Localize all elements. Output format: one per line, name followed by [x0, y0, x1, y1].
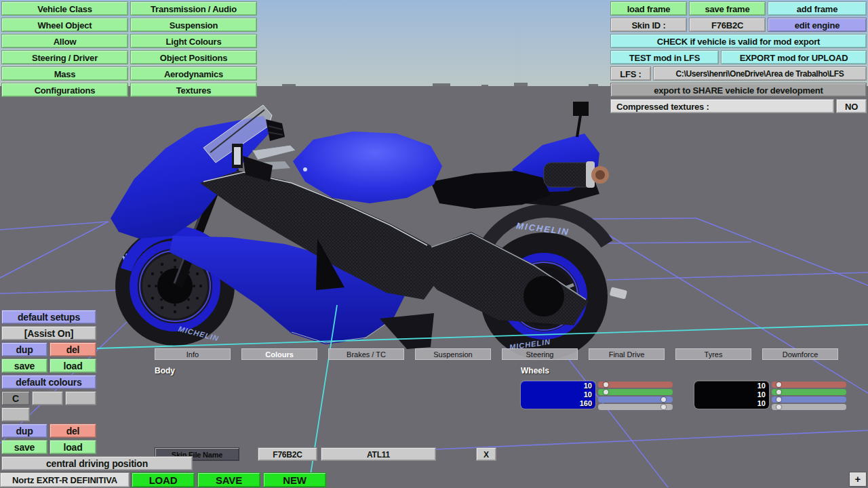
vehicle-save-button[interactable]: SAVE	[197, 472, 260, 487]
green-slider[interactable]	[598, 389, 673, 395]
skin-name-field[interactable]: ATL11	[321, 447, 436, 461]
skin-id-field[interactable]: F76B2C	[258, 447, 317, 461]
edit-engine-button[interactable]: edit engine	[768, 18, 867, 32]
extra-slider-knob[interactable]	[776, 405, 781, 409]
skin-clear-button[interactable]: X	[476, 447, 496, 461]
default-colours-button[interactable]: default colours	[1, 375, 96, 389]
setup-dup-button[interactable]: dup	[1, 342, 47, 357]
zoom-plus-button[interactable]: +	[849, 472, 867, 487]
tab-brakes-tc[interactable]: Brakes / TC	[328, 348, 404, 360]
red-slider-knob[interactable]	[604, 382, 608, 387]
skin-id-label: Skin ID :	[610, 18, 687, 32]
lfs-path-label: LFS :	[610, 66, 651, 81]
menu-mass[interactable]: Mass	[1, 66, 128, 81]
body-section-label: Body	[155, 366, 175, 375]
menu-object-positions[interactable]: Object Positions	[130, 50, 257, 64]
wheel-colour-swatch[interactable]: 101010	[694, 381, 769, 409]
colour-value: 10	[584, 390, 592, 399]
wheels-section-label: Wheels	[521, 366, 549, 375]
green-slider-knob[interactable]	[776, 390, 781, 394]
tab-steering[interactable]: Steering	[502, 348, 578, 360]
menu-wheel-object[interactable]: Wheel Object	[1, 18, 128, 32]
colour-value: 160	[580, 399, 592, 408]
load-frame-button[interactable]: load frame	[610, 1, 687, 16]
colour-slot-1[interactable]	[32, 391, 63, 405]
check-export-button[interactable]: CHECK if vehicle is valid for mod export	[610, 34, 867, 48]
assist-toggle-button[interactable]: [Assist On]	[1, 326, 96, 340]
central-driving-position-button[interactable]: central driving position	[1, 456, 193, 470]
menu-configurations[interactable]: Configurations	[1, 83, 128, 97]
blue-slider[interactable]	[772, 396, 846, 403]
setup-del-button[interactable]: del	[50, 342, 96, 357]
menu-suspension[interactable]: Suspension	[130, 18, 257, 32]
setup-save-button[interactable]: save	[1, 359, 47, 373]
extra-slider[interactable]	[772, 404, 846, 410]
red-slider[interactable]	[772, 382, 846, 388]
share-export-button[interactable]: export to SHARE vehicle for development	[610, 83, 867, 97]
menu-light-colours[interactable]: Light Colours	[130, 34, 257, 48]
body-colour-swatch[interactable]: 1010160	[521, 381, 595, 409]
skin-id-value[interactable]: F76B2C	[689, 18, 766, 32]
green-slider[interactable]	[772, 389, 846, 395]
menu-textures[interactable]: Textures	[130, 83, 257, 97]
colour-slot-3[interactable]	[1, 407, 30, 422]
vehicle-editor-screen: MICHELIN MICHELIN MICHELIN MICHELIN	[0, 0, 868, 488]
colour-slot-2[interactable]	[65, 391, 96, 405]
save-frame-button[interactable]: save frame	[689, 1, 766, 16]
blue-slider-knob[interactable]	[776, 397, 781, 402]
test-mod-button[interactable]: TEST mod in LFS	[610, 50, 719, 64]
menu-steering-driver[interactable]: Steering / Driver	[1, 50, 128, 64]
green-slider-knob[interactable]	[604, 390, 608, 394]
colour-value: 10	[584, 382, 592, 390]
export-mod-button[interactable]: EXPORT mod for UPLOAD	[721, 50, 867, 64]
colour-load-button[interactable]: load	[50, 440, 96, 454]
compressed-textures-label: Compressed textures :	[610, 99, 834, 113]
menu-aerodynamics[interactable]: Aerodynamics	[130, 66, 257, 81]
default-setups-button[interactable]: default setups	[1, 310, 96, 324]
colour-save-button[interactable]: save	[1, 440, 47, 454]
colour-value: 10	[757, 399, 766, 408]
tab-downforce[interactable]: Downforce	[762, 348, 838, 360]
tab-tyres[interactable]: Tyres	[675, 348, 751, 360]
compressed-textures-toggle[interactable]: NO	[836, 99, 867, 113]
vehicle-name-button[interactable]: Nortz EXRT-R DEFINITIVA	[0, 472, 130, 487]
tab-suspension[interactable]: Suspension	[415, 348, 491, 360]
colour-dup-button[interactable]: dup	[1, 424, 47, 438]
vehicle-load-button[interactable]: LOAD	[132, 472, 195, 487]
menu-allow[interactable]: Allow	[1, 34, 128, 48]
colour-del-button[interactable]: del	[50, 424, 96, 438]
colour-value: 10	[757, 382, 766, 390]
lfs-path-value[interactable]: C:\Users\henri\OneDrive\Area de Trabalho…	[653, 66, 867, 81]
colour-value: 10	[757, 390, 766, 399]
vehicle-new-button[interactable]: NEW	[263, 472, 326, 487]
menu-vehicle-class[interactable]: Vehicle Class	[1, 1, 128, 16]
red-slider[interactable]	[598, 382, 673, 388]
red-slider-knob[interactable]	[776, 382, 781, 387]
setup-load-button[interactable]: load	[50, 359, 96, 373]
add-frame-button[interactable]: add frame	[768, 1, 867, 16]
tab-colours[interactable]: Colours	[241, 348, 317, 360]
tab-info[interactable]: Info	[155, 348, 231, 360]
menu-transmission-audio[interactable]: Transmission / Audio	[130, 1, 257, 16]
tab-final-drive[interactable]: Final Drive	[589, 348, 665, 360]
colour-slot-c-button[interactable]: C	[1, 391, 30, 405]
